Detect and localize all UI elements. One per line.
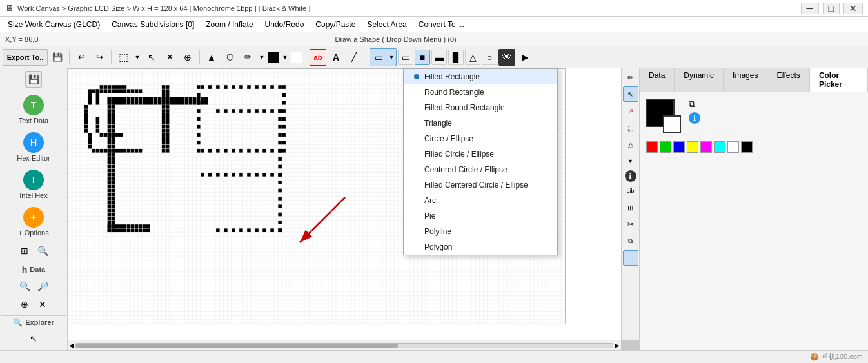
ab-text-button[interactable]: ab <box>310 49 326 66</box>
menu-item-canvas[interactable]: Canvas Subdivisions [0] <box>106 19 199 30</box>
color-fg[interactable] <box>268 52 279 63</box>
tab-images[interactable]: Images <box>724 68 767 92</box>
swatch-black[interactable] <box>741 141 753 153</box>
sidebar-cursor-btn[interactable]: ↖ <box>25 330 42 347</box>
circle-button[interactable]: ○ <box>482 50 497 65</box>
swatch-red[interactable] <box>646 141 658 153</box>
minimize-btn[interactable]: ─ <box>801 3 819 14</box>
eyedrop-button[interactable]: ⬡ <box>221 49 238 66</box>
tab-dynamic[interactable]: Dynamic <box>675 68 724 92</box>
dd-item-triangle[interactable]: Triangle <box>404 115 557 131</box>
undo-button[interactable]: ↩ <box>73 49 90 66</box>
strip-pencil-btn[interactable]: ✏ <box>623 70 638 85</box>
shape-tool-group[interactable]: ▭ ▼ <box>370 48 397 66</box>
expand-right-button[interactable]: ▶ <box>517 49 533 66</box>
rect-shape-button[interactable]: ▭ <box>370 49 387 66</box>
menu-item-zoom[interactable]: Zoom / Inflate <box>201 19 258 30</box>
dd-item-polyline[interactable]: Polyline <box>404 224 557 239</box>
dd-item-polygon[interactable]: Polygon <box>404 239 557 255</box>
swatch-white[interactable] <box>727 141 739 153</box>
swatch-cyan[interactable] <box>714 141 725 153</box>
arrow-tool-button[interactable]: ↖ <box>143 49 160 66</box>
strip-cursor-btn[interactable]: ↖ <box>623 86 638 102</box>
shape-dropdown-arrow[interactable]: ▼ <box>387 49 396 66</box>
sidebar-zoom-out-btn[interactable]: 🔎 <box>34 278 51 295</box>
menu-item-undo[interactable]: Undo/Redo <box>260 19 310 30</box>
sidebar-intel-hex[interactable]: I Intel Hex <box>3 166 64 202</box>
line-tool-button[interactable]: ╱ <box>346 49 362 66</box>
strip-arrow-btn[interactable]: ↗ <box>623 103 638 119</box>
move-tool-button[interactable]: ⊕ <box>179 49 196 66</box>
sidebar-icon-1[interactable]: 💾 <box>25 71 42 88</box>
sidebar-text-data[interactable]: T Text Data <box>3 92 64 128</box>
sidebar-grid-icon-btn[interactable]: ⊞ <box>16 242 33 259</box>
dd-item-arc[interactable]: Arc <box>404 193 557 208</box>
rect-outline-button[interactable]: ▭ <box>398 50 413 65</box>
swatch-yellow[interactable] <box>687 141 698 153</box>
strip-expand-btn[interactable]: ▼ <box>623 153 638 169</box>
swatch-blue[interactable] <box>673 141 685 153</box>
title-controls: ─ □ ✕ <box>801 3 863 14</box>
sidebar-crosshair-btn[interactable]: ⊕ <box>25 348 42 350</box>
swatch-magenta[interactable] <box>700 141 712 153</box>
sidebar-cross-btn[interactable]: ✕ <box>34 296 51 313</box>
dd-item-round-rect[interactable]: Round Rectangle <box>404 84 557 100</box>
secondary-color-swatch[interactable] <box>663 115 681 133</box>
dd-item-centered-circle[interactable]: Centered Circle / Ellipse <box>404 162 557 177</box>
strip-scissors-btn[interactable]: ✂ <box>623 217 638 232</box>
tab-color-picker[interactable]: Color Picker <box>810 68 868 92</box>
info-btn[interactable]: ℹ <box>689 112 700 124</box>
dd-item-filled-rect[interactable]: Filled Rectangle <box>404 69 557 84</box>
dd-item-filled-centered-circle[interactable]: Filled Centered Circle / Ellipse <box>404 177 557 193</box>
dd-item-circle-ellipse[interactable]: Circle / Ellipse <box>404 131 557 146</box>
text-data-label: Text Data <box>19 117 48 124</box>
menu-item-convert[interactable]: Convert To ... <box>413 19 469 30</box>
color-dropdown[interactable]: ▼ <box>281 54 290 61</box>
strip-copy-btn[interactable]: ⧉ <box>623 233 638 249</box>
strip-fill-btn[interactable]: △ <box>623 137 638 152</box>
strip-lib-btn[interactable]: Lib <box>623 183 638 199</box>
rect-wide-button[interactable]: ▬ <box>431 50 447 65</box>
dd-item-pie[interactable]: Pie <box>404 208 557 224</box>
color-bg[interactable] <box>291 52 302 63</box>
sidebar-zoom-in-btn[interactable]: 🔍 <box>34 242 51 259</box>
close-btn[interactable]: ✕ <box>843 3 863 14</box>
tab-effects[interactable]: Effects <box>767 68 809 92</box>
save-button[interactable]: 💾 <box>49 49 66 66</box>
scroll-right-btn[interactable]: ▶ <box>615 342 620 349</box>
redo-button[interactable]: ↪ <box>91 49 108 66</box>
strip-active-btn[interactable] <box>623 250 638 266</box>
maximize-btn[interactable]: □ <box>823 3 840 14</box>
copy-color-btn[interactable]: ⧉ <box>689 99 700 110</box>
dd-item-filled-round-rect[interactable]: Filled Round Rectangle <box>404 100 557 115</box>
pen-size-dropdown[interactable]: ▼ <box>257 49 266 66</box>
scroll-left-btn[interactable]: ◀ <box>69 342 74 349</box>
menu-item-size[interactable]: Size Work Canvas (GLCD) <box>3 19 105 30</box>
h-scrollbar-thumb[interactable] <box>76 344 398 348</box>
strip-info-btn[interactable]: ℹ <box>625 170 636 182</box>
menu-item-copy[interactable]: Copy/Paste <box>310 19 360 30</box>
font-button[interactable]: A <box>328 49 344 66</box>
strip-grid-btn[interactable]: ⊞ <box>623 200 638 215</box>
h-scrollbar-track[interactable] <box>75 343 613 348</box>
dd-item-filled-circle[interactable]: Filled Circle / Ellipse <box>404 146 557 162</box>
sidebar-zoom-in-2-btn[interactable]: 🔍 <box>16 278 33 295</box>
rect-filled-button[interactable]: ■ <box>415 50 430 65</box>
fill-tool-button[interactable]: ▲ <box>203 49 220 66</box>
eye-button[interactable]: 👁 <box>498 49 515 66</box>
dropdown-arrow[interactable]: ▼ <box>133 49 142 66</box>
tab-data[interactable]: Data <box>640 68 675 92</box>
rect-bar-button[interactable]: ▊ <box>448 50 464 65</box>
menu-item-select[interactable]: Select Area <box>362 19 411 30</box>
cross-tool-button[interactable]: ✕ <box>161 49 178 66</box>
sidebar-options[interactable]: + + Options <box>3 204 64 240</box>
marquee-select-button[interactable]: ⬚ <box>115 49 132 66</box>
triangle-button[interactable]: △ <box>465 50 480 65</box>
canvas-area[interactable]: ✏ ↖ ↗ ⬚ △ ▼ ℹ Lib ⊞ ✂ ⧉ ◀ ▶ Filled Recta… <box>68 68 639 350</box>
strip-select-btn[interactable]: ⬚ <box>623 120 638 135</box>
swatch-green[interactable] <box>660 141 671 153</box>
sidebar-zoom-3-btn[interactable]: ⊕ <box>16 296 33 313</box>
export-button[interactable]: Export To.. <box>3 49 48 66</box>
pencil-tool-button[interactable]: ✏ <box>239 49 256 66</box>
sidebar-hex-editor[interactable]: H Hex Editor <box>3 129 64 165</box>
